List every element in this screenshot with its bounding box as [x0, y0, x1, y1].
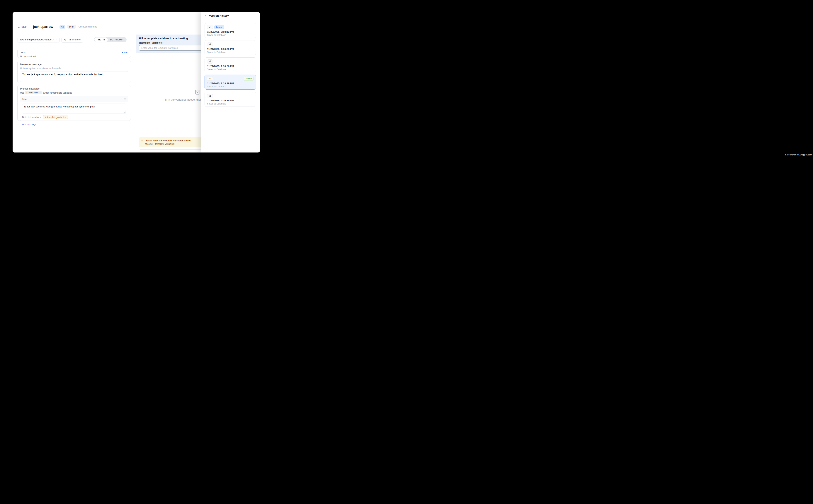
pencil-icon: ✎: [45, 116, 46, 118]
version-timestamp: 11/21/2025, 1:33:56 PM: [207, 65, 254, 68]
developer-message-title: Developer message: [20, 63, 128, 66]
view-mode-toggle: PRETTY DOTPROMPT: [94, 37, 126, 42]
role-select-value: User: [22, 98, 27, 100]
plus-icon: +: [122, 51, 123, 54]
version-card-v5[interactable]: v5 Latest 11/22/2025, 6:08:12 PM Saved t…: [205, 23, 256, 38]
add-message-button[interactable]: + Add message: [20, 123, 128, 126]
version-status: Saved to Database: [207, 102, 254, 105]
prompt-message-block: User Enter task specifics. Use {{templat…: [20, 96, 128, 121]
model-select-value: aws/anthropic/bedrock-claude-3-5-s...: [20, 38, 54, 41]
version-history-title: Version History: [209, 14, 229, 17]
parameters-button[interactable]: ⚙ Parameters: [61, 37, 83, 42]
version-card-v2-active[interactable]: v2 Active 11/21/2025, 1:33:19 PM Saved t…: [205, 75, 256, 90]
tools-card: Tools + Add No tools added: [17, 49, 131, 58]
parameters-label: Parameters: [68, 38, 81, 41]
version-history-panel: ✕ Version History v5 Latest 11/22/2025, …: [201, 12, 260, 152]
version-timestamp: 11/21/2025, 9:16:39 AM: [207, 99, 254, 102]
model-toolbar: aws/anthropic/bedrock-claude-3-5-s... ⚙ …: [13, 35, 136, 45]
chevron-down-icon: [30, 98, 32, 100]
config-scroll-area: Tools + Add No tools added Developer mes…: [13, 45, 136, 121]
model-select[interactable]: aws/anthropic/bedrock-claude-3-5-s...: [18, 37, 59, 42]
version-card-v4[interactable]: v4 11/21/2025, 1:36:28 PM Saved to Datab…: [205, 40, 256, 55]
version-status: Saved to Database: [207, 85, 254, 88]
version-timestamp: 11/22/2025, 6:08:12 PM: [207, 30, 254, 33]
variable-syntax-chip: {{variable}}: [25, 91, 42, 94]
version-history-header: ✕ Version History: [201, 12, 260, 19]
prompt-messages-card: Prompt messages Use {{variable}} syntax …: [17, 85, 131, 121]
bot-face-icon: [195, 90, 200, 96]
toggle-dotprompt[interactable]: DOTPROMPT: [108, 37, 126, 42]
hint-prefix: Use: [20, 92, 24, 94]
plus-icon: +: [20, 123, 21, 126]
config-panel: aws/anthropic/bedrock-claude-3-5-s... ⚙ …: [13, 35, 136, 152]
hint-suffix: syntax for template variables: [43, 92, 72, 94]
version-number-badge: v2: [207, 77, 213, 81]
version-number-badge: v5: [207, 25, 213, 29]
version-timestamp: 11/21/2025, 1:36:28 PM: [207, 48, 254, 50]
developer-message-subtitle: Optional system instructions for the mod…: [20, 67, 128, 70]
version-card-v3[interactable]: v3 11/21/2025, 1:33:56 PM Saved to Datab…: [205, 57, 256, 72]
empty-state-hint: Fill in the variables above, then typ: [163, 98, 206, 101]
add-message-label: Add message: [22, 123, 36, 126]
chevron-down-icon: [55, 39, 57, 41]
add-tool-button[interactable]: + Add: [122, 51, 128, 54]
status-badge: Draft: [67, 25, 76, 29]
detected-variable-chip[interactable]: ✎ template_variables: [43, 115, 68, 119]
version-number-badge: v3: [207, 59, 213, 64]
warning-title: Please fill in all template variables ab…: [145, 139, 191, 142]
tools-title: Tools: [20, 51, 26, 54]
warning-icon: ⚠: [141, 139, 143, 142]
version-number-badge: v4: [207, 42, 213, 46]
version-number-badge: v1: [207, 94, 213, 98]
version-status: Saved to Database: [207, 68, 254, 71]
version-status: Saved to Database: [207, 34, 254, 36]
back-label: Back: [21, 25, 27, 28]
unsaved-changes-text: Unsaved changes: [78, 25, 97, 28]
version-status: Saved to Database: [207, 51, 254, 54]
detected-variables-label: Detected variables:: [22, 116, 41, 119]
detected-variables-row: Detected variables: ✎ template_variables: [20, 114, 128, 121]
page-title: jack-sparrow: [33, 25, 53, 29]
prompt-message-input[interactable]: Enter task specifics. Use {{template_var…: [22, 104, 126, 114]
prompt-messages-title: Prompt messages: [20, 87, 128, 90]
app-window: ← Back jack-sparrow v2 Draft Unsaved cha…: [13, 12, 260, 152]
latest-badge: Latest: [214, 25, 224, 29]
add-tool-label: Add: [124, 51, 128, 54]
screenshot-background: ← Back jack-sparrow v2 Draft Unsaved cha…: [0, 0, 271, 168]
gear-icon: ⚙: [64, 38, 66, 41]
detected-variable-name: template_variables: [47, 116, 66, 119]
prompt-syntax-hint: Use {{variable}} syntax for template var…: [20, 91, 128, 94]
toggle-pretty[interactable]: PRETTY: [94, 37, 108, 42]
version-card-v1[interactable]: v1 11/21/2025, 9:16:39 AM Saved to Datab…: [205, 92, 256, 107]
role-select[interactable]: User: [22, 98, 32, 100]
version-history-list: v5 Latest 11/22/2025, 6:08:12 PM Saved t…: [201, 19, 260, 110]
tools-empty-text: No tools added: [20, 55, 128, 58]
close-icon[interactable]: ✕: [205, 14, 207, 17]
developer-message-card: Developer message Optional system instru…: [17, 61, 131, 83]
back-arrow-icon: ←: [18, 25, 20, 28]
developer-message-input[interactable]: You are jack sparrow number 1, respond a…: [20, 71, 128, 82]
version-timestamp: 11/21/2025, 1:33:19 PM: [207, 82, 254, 85]
version-badge: v2: [59, 25, 66, 29]
drag-handle-icon[interactable]: [124, 98, 126, 100]
active-badge: Active: [244, 77, 254, 81]
back-button[interactable]: ← Back: [18, 25, 27, 28]
message-role-header: User: [20, 96, 128, 102]
